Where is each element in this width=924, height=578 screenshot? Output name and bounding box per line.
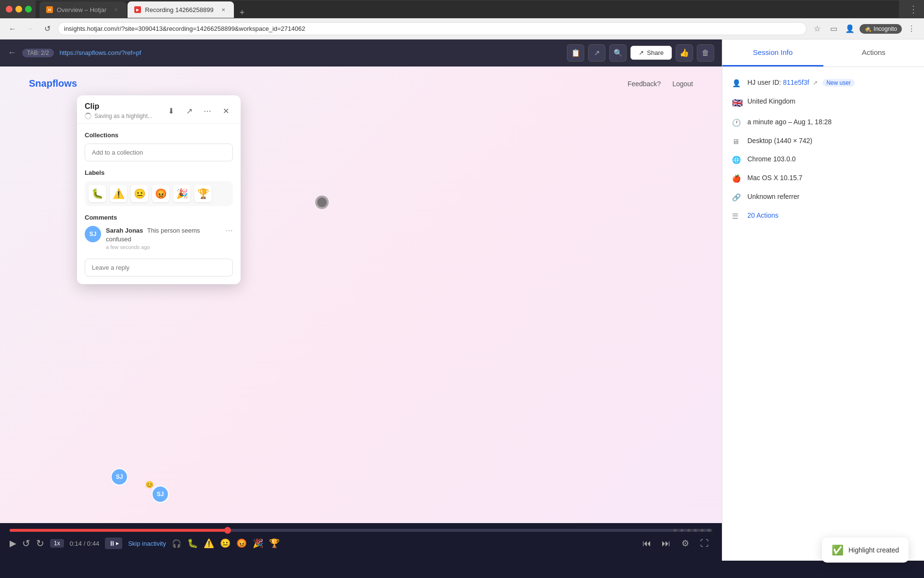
tab-indicator: TAB: 2/2 (22, 49, 54, 57)
collection-input[interactable] (85, 144, 233, 161)
site-logo[interactable]: Snapflows (29, 78, 77, 89)
settings-button[interactable]: ⚙ (678, 536, 693, 551)
timeline-dot (687, 529, 690, 532)
timeline-track[interactable] (10, 529, 712, 532)
feedback-link[interactable]: Feedback? (628, 80, 661, 88)
download-clip-button[interactable]: ⬇ (164, 104, 178, 118)
tab-session-info[interactable]: Session Info (722, 39, 823, 66)
reply-input[interactable] (85, 259, 233, 276)
fullscreen-button[interactable]: ⛶ (697, 536, 712, 551)
panel-tabs: Session Info Actions (722, 39, 924, 67)
os-text: Mac OS X 10.15.7 (747, 174, 802, 182)
tab-recording-close[interactable]: ✕ (219, 6, 227, 13)
open-external-icon[interactable]: ↗ (588, 44, 605, 62)
tab-recording[interactable]: ▶ Recording 14266258899 ✕ (128, 1, 233, 18)
share-icon: ↗ (639, 49, 644, 56)
emoji-neutral[interactable]: 😐 (131, 185, 148, 202)
cast-icon[interactable]: ▭ (827, 22, 840, 36)
right-panel: Session Info Actions 👤 HJ user ID: 811e5… (722, 39, 924, 561)
clip-panel: Clip Saving as a highlight... ⬇ ↗ ⋯ ✕ (77, 95, 241, 284)
emoji-bug[interactable]: 🐛 (89, 185, 106, 202)
comment-avatar: SJ (85, 226, 101, 242)
timeline-thumb[interactable] (224, 527, 231, 534)
total-time: 0:44 (87, 540, 99, 547)
ear-icon[interactable]: 🎧 (172, 539, 181, 548)
timeline-ctrl-right: ⏮ ⏭ ⚙ ⛶ (639, 536, 712, 551)
new-tab-button[interactable]: + (235, 8, 250, 18)
toast-label: Highlight created (848, 546, 899, 554)
timeline-emoji-warning[interactable]: ⚠️ (204, 538, 214, 549)
timeline-dots (674, 529, 712, 532)
logout-link[interactable]: Logout (672, 80, 693, 88)
tab-actions[interactable]: Actions (823, 39, 924, 66)
clip-header-actions: ⬇ ↗ ⋯ ✕ (164, 104, 233, 118)
actions-link[interactable]: 20 Actions (747, 211, 779, 219)
maximize-window-button[interactable] (25, 6, 32, 13)
forward-button[interactable]: → (23, 22, 37, 36)
window-more-icon[interactable]: ⋮ (909, 3, 918, 15)
clip-body: Collections Labels 🐛 ⚠️ 😐 😡 🎉 🏆 (77, 124, 241, 284)
speed-button[interactable]: 1x (50, 539, 64, 548)
emoji-warning[interactable]: ⚠️ (110, 185, 127, 202)
forward-10-button[interactable]: ↻ (36, 538, 44, 549)
user-id-link[interactable]: 811e5f3f (783, 79, 809, 86)
comment-time: a few seconds ago (106, 244, 220, 250)
browser-menu-icon[interactable]: ⋮ (905, 22, 918, 36)
search-icon[interactable]: 🔍 (609, 44, 627, 62)
play-button[interactable]: ▶ (10, 538, 16, 549)
timeline-emoji-rage[interactable]: 😡 (236, 538, 247, 549)
pause-play-button[interactable]: ⏸▶ (105, 538, 122, 549)
emoji-rage[interactable]: 😡 (152, 185, 169, 202)
bookmark-icon[interactable]: ☆ (810, 22, 824, 36)
apple-icon: 🍎 (732, 174, 742, 183)
player-avatar-1[interactable]: SJ (111, 468, 128, 486)
close-clip-button[interactable]: ✕ (218, 104, 233, 118)
back-to-list-button[interactable]: ← (8, 48, 16, 58)
country-text: United Kingdom (747, 97, 796, 105)
player-avatar-2[interactable]: SJ (152, 486, 169, 503)
back-10-button[interactable]: ↺ (22, 538, 30, 549)
prev-recording-button[interactable]: ⏮ (639, 536, 654, 551)
info-row-browser: 🌐 Chrome 103.0.0 (732, 155, 914, 164)
cursor-indicator (315, 196, 329, 209)
player-toolbar: ← TAB: 2/2 https://snapflows.com/?ref=pf… (0, 39, 722, 66)
address-input[interactable] (58, 22, 807, 35)
refresh-button[interactable]: ↺ (40, 22, 54, 36)
comment-content: Sarah Jonas This person seems confused a… (106, 226, 220, 250)
time-display: 0:14 / 0:44 (70, 540, 99, 547)
actions-icon: ☰ (732, 212, 742, 221)
copy-url-icon[interactable]: 📋 (567, 44, 584, 62)
timeline-bar-wrapper (0, 523, 722, 532)
close-window-button[interactable] (6, 6, 13, 13)
device-text: Desktop (1440 × 742) (747, 137, 812, 144)
account-icon[interactable]: 👤 (843, 22, 857, 36)
timeline-emoji-party[interactable]: 🎉 (253, 538, 263, 549)
emoji-party[interactable]: 🎉 (173, 185, 191, 202)
info-row-referrer: 🔗 Unknown referrer (732, 193, 914, 202)
info-row-actions: ☰ 20 Actions (732, 211, 914, 221)
title-bar: H Overview – Hotjar ✕ ▶ Recording 142662… (0, 0, 924, 18)
actions-text: 20 Actions (747, 211, 779, 219)
delete-button[interactable]: 🗑 (697, 44, 714, 62)
comment-more-button[interactable]: ⋯ (225, 226, 233, 235)
timeline-emoji-trophy[interactable]: 🏆 (269, 538, 280, 549)
back-button[interactable]: ← (6, 22, 19, 36)
minimize-window-button[interactable] (15, 6, 22, 13)
skip-inactivity-link[interactable]: Skip inactivity (128, 540, 166, 547)
tabs-bar: H Overview – Hotjar ✕ ▶ Recording 142662… (36, 0, 899, 18)
info-row-time: 🕐 a minute ago – Aug 1, 18:28 (732, 118, 914, 127)
tab-overview-label: Overview – Hotjar (57, 6, 106, 13)
next-recording-button[interactable]: ⏭ (658, 536, 674, 551)
timeline-emoji-neutral[interactable]: 😐 (220, 538, 231, 549)
emoji-trophy[interactable]: 🏆 (194, 185, 212, 202)
share-button[interactable]: ↗ Share (630, 46, 672, 60)
flag-icon: 🇬🇧 (732, 98, 742, 108)
timeline-emoji-bug[interactable]: 🐛 (187, 538, 198, 549)
tab-overview[interactable]: H Overview – Hotjar ✕ (39, 1, 127, 18)
share-clip-button[interactable]: ↗ (182, 104, 196, 118)
player-area: ← TAB: 2/2 https://snapflows.com/?ref=pf… (0, 39, 722, 561)
more-clip-button[interactable]: ⋯ (200, 104, 215, 118)
time-text: a minute ago – Aug 1, 18:28 (747, 118, 832, 126)
tab-overview-close[interactable]: ✕ (112, 6, 120, 13)
thumbs-up-button[interactable]: 👍 (676, 44, 693, 62)
